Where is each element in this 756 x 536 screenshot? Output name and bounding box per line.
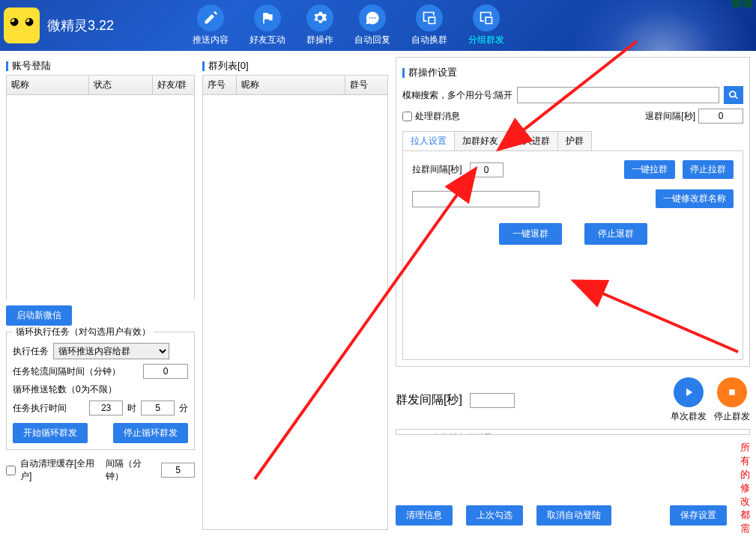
autoclean-interval-label: 间隔（分钟） — [106, 457, 157, 483]
process-msg-checkbox[interactable] — [402, 112, 412, 121]
send-interval-label: 群发间隔[秒] — [396, 392, 462, 408]
exit-interval-input[interactable] — [698, 109, 743, 124]
autoclean-input[interactable] — [161, 463, 195, 478]
send-interval-input[interactable] — [470, 393, 515, 408]
save-button[interactable]: 保存设置 — [670, 505, 727, 526]
chat-icon — [359, 4, 386, 31]
search-input[interactable] — [517, 87, 719, 103]
col-index[interactable]: 序号 — [203, 76, 237, 94]
toolbar-auto-swap[interactable]: 自动换群 — [411, 4, 447, 46]
tab-add-friend[interactable]: 加群好友 — [455, 132, 506, 150]
stop-send-button[interactable]: 停止群发 — [714, 377, 750, 423]
window-controls — [732, 0, 752, 7]
rounds-label: 循环推送轮数（0为不限） — [13, 383, 117, 396]
stop-exit-button[interactable]: 停止退群 — [584, 223, 647, 245]
svg-rect-0 — [729, 389, 735, 395]
task-label: 执行任务 — [13, 345, 49, 358]
pull-interval-input[interactable] — [470, 162, 504, 177]
app-logo — [4, 7, 40, 43]
pull-interval-label: 拉群间隔[秒] — [412, 163, 462, 176]
toolbar-group-ops[interactable]: 群操作 — [306, 4, 333, 46]
pull-button[interactable]: 一键拉群 — [624, 160, 675, 179]
account-table: 昵称 状态 好友/群 — [6, 75, 195, 299]
task-select[interactable]: 循环推送内容给群 — [53, 343, 169, 359]
app-header: 微精灵3.22 推送内容 好友互动 群操作 自动回复 自动换群 分组群发 — [0, 0, 756, 51]
tab-pull[interactable]: 拉人设置 — [403, 132, 455, 150]
settings-tabs: 拉人设置 加群好友 新人进群 护群 — [402, 131, 592, 150]
toolbar-push[interactable]: 推送内容 — [193, 4, 229, 46]
close-icon[interactable] — [743, 0, 752, 7]
flag-icon — [254, 4, 281, 31]
pen-icon — [197, 4, 224, 31]
min-icon[interactable] — [732, 0, 741, 7]
group-table-body[interactable] — [203, 95, 387, 529]
stop-loop-button[interactable]: 停止循环群发 — [113, 423, 188, 443]
rename-input[interactable] — [412, 191, 539, 207]
toolbar-group-send[interactable]: 分组群发 — [468, 4, 504, 46]
exec-min-input[interactable] — [141, 401, 175, 415]
app-title: 微精灵3.22 — [47, 16, 114, 34]
search-icon — [728, 90, 739, 100]
stop-icon — [717, 377, 747, 407]
toolbar-interact[interactable]: 好友互动 — [250, 4, 285, 46]
rename-button[interactable]: 一键修改群名称 — [656, 189, 734, 208]
group-ops-panel: 群操作设置 模糊搜索，多个用分号;隔开 处理群消息 退群间隔[秒] — [396, 57, 750, 367]
group-ops-title: 群操作设置 — [402, 64, 743, 82]
autoclean-checkbox[interactable] — [6, 466, 16, 475]
clear-button[interactable]: 清理信息 — [396, 505, 453, 526]
start-loop-button[interactable]: 开始循环群发 — [13, 423, 88, 443]
last-check-button[interactable]: 上次勾选 — [466, 505, 523, 526]
group-table: 序号 昵称 群号 — [202, 75, 388, 530]
tab-new-member[interactable]: 新人进群 — [506, 132, 558, 150]
loop-task-title: 循环执行任务（对勾选用户有效） — [13, 326, 154, 338]
interval-input[interactable] — [143, 364, 188, 379]
loop-task-group: 循环执行任务（对勾选用户有效） 执行任务 循环推送内容给群 任务轮流间隔时间（分… — [6, 332, 195, 450]
exit-button[interactable]: 一键退群 — [499, 223, 562, 245]
process-msg-label: 处理群消息 — [415, 110, 460, 123]
col-friends[interactable]: 好友/群 — [153, 76, 194, 94]
interval-label: 任务轮流间隔时间（分钟） — [13, 365, 139, 378]
main-toolbar: 推送内容 好友互动 群操作 自动回复 自动换群 分组群发 — [193, 4, 504, 46]
autoclean-label: 自动清理缓存[全用户] — [20, 457, 101, 483]
gear-icon — [306, 4, 333, 31]
col-status[interactable]: 状态 — [89, 76, 153, 94]
account-login-title: 账号登陆 — [6, 57, 195, 75]
tab-content-pull: 拉群间隔[秒] 一键拉群 停止拉群 一键修改群名称 一键退群 停止退群 — [402, 150, 743, 360]
account-table-body[interactable] — [7, 95, 194, 302]
play-icon — [674, 377, 704, 407]
log-output[interactable]: [23:5:46]当前版本[微精灵V3.22] [23:5:46]到期时间：0天… — [396, 429, 750, 435]
exec-hour-input[interactable] — [89, 401, 123, 415]
exit-interval-label: 退群间隔[秒] — [645, 110, 695, 123]
tab-guard[interactable]: 护群 — [558, 132, 591, 150]
col-nickname[interactable]: 昵称 — [7, 76, 89, 94]
exec-time-label: 任务执行时间 — [13, 402, 85, 415]
cancel-login-button[interactable]: 取消自动登陆 — [536, 505, 611, 526]
save-note: 所有的修改都需要点保存 — [740, 441, 750, 536]
col-nickname[interactable]: 昵称 — [237, 76, 345, 94]
start-wechat-button[interactable]: 启动新微信 — [6, 305, 72, 326]
single-send-button[interactable]: 单次群发 — [671, 377, 707, 423]
swap-icon — [416, 4, 443, 31]
group-list-title: 群列表[0] — [202, 57, 388, 75]
col-group-id[interactable]: 群号 — [345, 76, 387, 94]
group-send-icon — [473, 4, 500, 31]
search-button[interactable] — [724, 86, 743, 104]
search-label: 模糊搜索，多个用分号;隔开 — [402, 89, 512, 102]
stop-pull-button[interactable]: 停止拉群 — [683, 160, 734, 179]
toolbar-auto-reply[interactable]: 自动回复 — [354, 4, 390, 46]
